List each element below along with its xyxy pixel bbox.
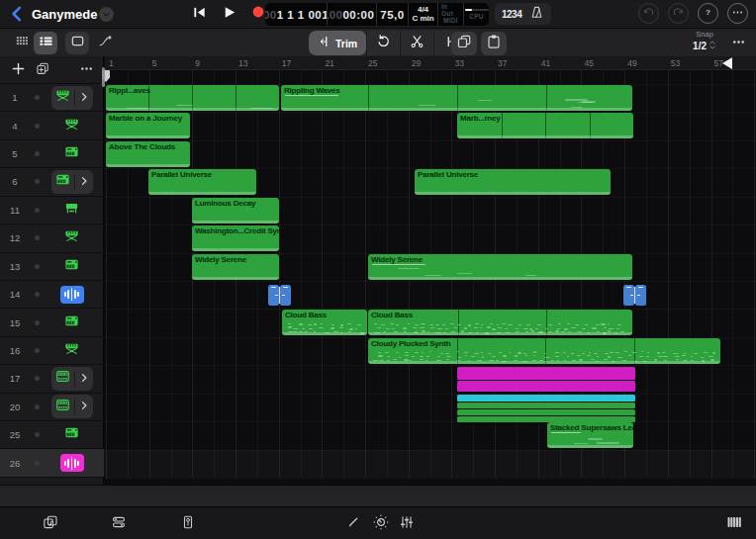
channel-controls-button[interactable]	[108, 513, 130, 534]
track-number: 12	[0, 232, 30, 243]
marquee-tool-button[interactable]	[65, 32, 89, 54]
track-options-button[interactable]	[78, 62, 94, 78]
play-button[interactable]	[218, 3, 239, 25]
add-track-button[interactable]	[10, 62, 26, 78]
copy-button[interactable]	[451, 32, 477, 55]
region-widely-serene[interactable]: Widely Serene	[368, 254, 632, 280]
more-button[interactable]	[727, 3, 748, 24]
tracks-view-button[interactable]	[34, 32, 57, 54]
expand-stack-button[interactable]	[78, 89, 90, 107]
audio-clip-pair[interactable]	[268, 285, 291, 306]
track-header-1[interactable]: 1	[0, 84, 104, 112]
audio-clip-pair[interactable]	[623, 285, 646, 306]
project-menu-button[interactable]	[99, 7, 114, 22]
stack-summary-bar-green[interactable]	[457, 403, 635, 408]
region-above-the-clouds[interactable]: Above The Clouds	[106, 141, 190, 167]
automation-tool-button[interactable]	[93, 32, 117, 54]
drum-grid-icon	[54, 369, 71, 388]
region-marble-on-a-journey[interactable]: Marble on a Journey	[106, 113, 190, 138]
snap-control[interactable]: Snap 1/2	[693, 31, 716, 52]
track-header-14[interactable]: 14	[0, 281, 104, 309]
track-header-5[interactable]: 5	[0, 140, 104, 168]
region-rippling-waves[interactable]: Rippling Waves	[281, 85, 632, 111]
play-surface-button[interactable]	[723, 513, 745, 534]
track-header-16[interactable]: 16	[0, 337, 104, 365]
project-end-marker-icon[interactable]	[722, 57, 732, 69]
skip-back-icon	[192, 5, 207, 24]
region-loop-handle[interactable]	[457, 135, 633, 138]
expand-stack-button[interactable]	[78, 370, 90, 388]
track-header-11[interactable]: 11	[0, 197, 104, 225]
stack-summary-bar-magenta[interactable]	[457, 381, 635, 392]
mixer-button[interactable]	[396, 513, 418, 534]
region-cloud-bass[interactable]: Cloud Bass	[368, 310, 632, 335]
track-header-13[interactable]: 13	[0, 253, 104, 281]
region-loop-handle[interactable]	[281, 108, 632, 111]
track-header-6[interactable]: 6	[0, 168, 104, 196]
smart-controls-button[interactable]	[370, 513, 392, 534]
cycle-tool-button[interactable]	[366, 31, 400, 55]
gridline	[711, 70, 712, 478]
more-icon	[731, 5, 744, 23]
stack-summary-bar-green[interactable]	[457, 416, 635, 422]
region-cloudy-plucked-synth[interactable]: Cloudy Plucked Synth	[368, 338, 720, 364]
region-stacked-supersaws-lead[interactable]: Stacked Supersaws Lead	[547, 422, 633, 448]
back-button[interactable]	[8, 5, 26, 23]
toolbar-more-button[interactable]	[728, 35, 748, 52]
drum-grid-icon	[54, 398, 71, 416]
metronome-icon[interactable]	[529, 5, 544, 24]
track-header-4[interactable]: 4	[0, 112, 104, 139]
count-in-button[interactable]: 1234	[502, 9, 521, 20]
help-button[interactable]: ?	[698, 3, 718, 24]
region-loop-handle[interactable]	[106, 108, 279, 111]
region-loop-handle[interactable]	[192, 277, 279, 280]
track-header-12[interactable]: 12	[0, 225, 104, 252]
stack-summary-bar-green[interactable]	[457, 409, 635, 415]
region-loop-handle[interactable]	[106, 135, 190, 138]
region-loop-handle[interactable]	[368, 361, 720, 364]
track-header-25[interactable]: 25	[0, 421, 104, 449]
timeline-lanes[interactable]: 159131721252933374145495357 Rippl...aves…	[105, 56, 756, 485]
region-cloud-bass[interactable]: Cloud Bass	[282, 310, 367, 335]
stack-summary-bar-magenta[interactable]	[457, 367, 635, 380]
region-loop-handle[interactable]	[368, 277, 632, 280]
region-marb-rney[interactable]: Marb...rney	[457, 113, 633, 138]
region-loop-handle[interactable]	[192, 248, 279, 251]
region-rippl-aves[interactable]: Rippl...aves	[106, 85, 279, 111]
expand-stack-button[interactable]	[78, 173, 90, 191]
region-widely-serene[interactable]: Widely Serene	[192, 254, 279, 280]
plugins-button[interactable]	[177, 513, 199, 534]
region-loop-handle[interactable]	[415, 192, 611, 195]
bar-ruler[interactable]: 159131721252933374145495357	[105, 56, 756, 70]
stack-summary-bar-cyan[interactable]	[457, 395, 635, 402]
header-resize-handle[interactable]	[102, 67, 105, 87]
track-header-17[interactable]: 17	[0, 365, 104, 393]
lcd-display[interactable]: 001 1 1 001 0000:00 75,0 4/4 C min In Ou…	[265, 3, 489, 26]
scissors-tool-button[interactable]	[400, 31, 433, 55]
expand-stack-button[interactable]	[78, 398, 90, 415]
cell-view-button[interactable]	[10, 32, 34, 54]
region-loop-handle[interactable]	[368, 332, 632, 335]
track-header-26[interactable]: 26	[0, 449, 104, 477]
track-header-15[interactable]: 15	[0, 309, 104, 336]
region-label: Rippling Waves	[284, 86, 339, 95]
paste-button[interactable]	[481, 32, 507, 55]
region-loop-handle[interactable]	[192, 221, 279, 224]
undo-button[interactable]	[638, 3, 659, 24]
duplicate-track-button[interactable]	[35, 62, 50, 78]
browser-button[interactable]	[40, 513, 61, 534]
region-loop-handle[interactable]	[148, 192, 256, 195]
redo-button[interactable]	[668, 3, 689, 24]
region-washington-credit-synth[interactable]: Washington...Credit Synth	[192, 225, 279, 251]
track-header-20[interactable]: 20	[0, 394, 104, 421]
region-parallel-universe[interactable]: Parallel Universe	[415, 169, 611, 195]
region-parallel-universe[interactable]: Parallel Universe	[148, 169, 256, 195]
region-loop-handle[interactable]	[106, 164, 190, 167]
trim-tool-button[interactable]: Trim	[309, 31, 366, 55]
piano-keys-icon	[726, 514, 742, 534]
region-luminous-decay[interactable]: Luminous Decay	[192, 198, 279, 224]
editor-pencil-button[interactable]	[342, 513, 364, 534]
skip-back-button[interactable]	[188, 3, 210, 25]
region-loop-handle[interactable]	[282, 332, 367, 335]
region-loop-handle[interactable]	[547, 445, 633, 448]
